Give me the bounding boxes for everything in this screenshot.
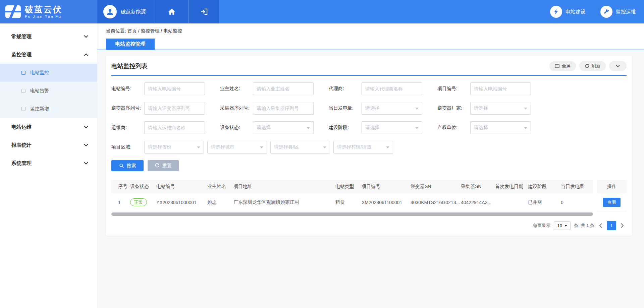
horizontal-scrollbar[interactable] bbox=[111, 212, 593, 216]
col-header: 首次发电日期 bbox=[495, 180, 528, 193]
panel-header: 电站监控列表 全屏 刷新 bbox=[111, 61, 627, 76]
chevron-up-icon bbox=[84, 53, 88, 56]
exit-icon bbox=[200, 8, 208, 15]
filter-label: 运维商: bbox=[111, 125, 144, 131]
current-user[interactable]: 破茧新能源 bbox=[97, 0, 155, 23]
maintainer-input[interactable] bbox=[144, 121, 205, 134]
col-header-action: 操作 bbox=[597, 180, 627, 193]
tab-station-monitor-mgmt[interactable]: 电站监控管理 bbox=[106, 39, 155, 50]
cell-build-stage: 已并网 bbox=[528, 193, 561, 211]
avatar bbox=[103, 5, 117, 18]
agent-input[interactable] bbox=[362, 82, 422, 95]
home-button[interactable] bbox=[155, 0, 189, 23]
refresh-button[interactable]: 刷新 bbox=[579, 61, 606, 71]
col-header: 当日发电量 bbox=[561, 180, 593, 193]
county-select[interactable]: 请选择县/区 bbox=[270, 141, 330, 153]
daily-power-select[interactable]: 请选择 bbox=[362, 102, 422, 115]
sidebar-item-station-monitor[interactable]: 电站监控 bbox=[0, 64, 97, 82]
col-header: 业主姓名 bbox=[207, 180, 233, 193]
caret-down-icon bbox=[197, 146, 200, 148]
cell-owner: 姚忠 bbox=[207, 193, 233, 211]
next-page-button[interactable] bbox=[620, 223, 625, 228]
tab-bar: 电站监控管理 bbox=[97, 39, 644, 50]
brand-title: 破茧云伏 bbox=[25, 5, 62, 14]
filter-label: 项目区域: bbox=[111, 144, 144, 150]
filter-label: 项目编号: bbox=[437, 86, 470, 92]
cell-daily-power: 0 bbox=[561, 193, 593, 211]
caret-down-icon bbox=[565, 225, 567, 227]
sidebar-item-monitor-add[interactable]: 监控新增 bbox=[0, 100, 97, 118]
col-header: 建设阶段 bbox=[528, 180, 561, 193]
col-header: 电站编号 bbox=[156, 180, 207, 193]
cell-project-no: XM2023061100001 bbox=[362, 193, 411, 211]
sidebar-item-station-ops[interactable]: 电站运维 bbox=[0, 118, 97, 136]
inverter-sn-input[interactable] bbox=[144, 102, 205, 115]
col-header: 采集器SN bbox=[461, 180, 495, 193]
caret-down-icon bbox=[524, 127, 527, 129]
fullscreen-button[interactable]: 全屏 bbox=[549, 61, 576, 71]
inverter-vendor-select[interactable]: 请选择 bbox=[470, 102, 531, 115]
wrench-icon bbox=[603, 9, 609, 15]
collapse-button[interactable] bbox=[609, 61, 627, 71]
property-unit-select[interactable]: 请选择 bbox=[470, 121, 531, 134]
chevron-down-icon bbox=[84, 35, 88, 38]
pagination: 每页显示 10 条, 共 1 条 1 bbox=[111, 221, 627, 230]
collector-sn-input[interactable] bbox=[253, 102, 314, 115]
cell-inverter-sn: 4030KMTS216G0213... bbox=[411, 193, 461, 211]
cell-station-type: 租赁 bbox=[335, 193, 362, 211]
header-right-nav: 电站建设 监控运维 bbox=[550, 0, 644, 23]
nav-monitor-ops[interactable]: 监控运维 bbox=[600, 6, 636, 18]
nav-station-build[interactable]: 电站建设 bbox=[550, 6, 586, 18]
col-header: 逆变器SN bbox=[411, 180, 461, 193]
page-size-select[interactable]: 10 bbox=[554, 221, 571, 230]
chevron-down-icon bbox=[84, 162, 88, 165]
caret-down-icon bbox=[524, 108, 527, 110]
caret-down-icon bbox=[307, 127, 310, 129]
project-no-input[interactable] bbox=[470, 82, 531, 95]
submenu-square-icon bbox=[21, 107, 25, 111]
col-header: 电站类型 bbox=[335, 180, 362, 193]
province-select[interactable]: 请选择省份 bbox=[144, 141, 204, 153]
logout-button[interactable] bbox=[189, 0, 219, 23]
cell-collector-sn: 40422914A3... bbox=[461, 193, 495, 211]
sidebar: 常规管理 监控管理 电站监控 电站告警 监控新增 电站运维 报表统计 bbox=[0, 23, 97, 308]
owner-name-input[interactable] bbox=[253, 82, 314, 95]
filter-label: 代理商: bbox=[329, 86, 362, 92]
device-status-select[interactable]: 请选择 bbox=[253, 121, 314, 134]
fullscreen-icon bbox=[555, 64, 559, 68]
build-stage-select[interactable]: 请选择 bbox=[362, 121, 422, 134]
col-header: 项目地址 bbox=[233, 180, 335, 193]
view-button[interactable]: 查看 bbox=[603, 198, 621, 207]
sidebar-item-reports[interactable]: 报表统计 bbox=[0, 136, 97, 154]
filter-label: 业主姓名: bbox=[220, 86, 253, 92]
town-select[interactable]: 请选择村镇/街道 bbox=[333, 141, 393, 153]
cell-index: 1 bbox=[111, 193, 130, 211]
reset-button[interactable]: 重置 bbox=[148, 160, 179, 171]
sidebar-item-monitoring[interactable]: 监控管理 bbox=[0, 46, 97, 64]
per-page-label: 每页显示 bbox=[533, 223, 550, 229]
table-header: 序号 设备状态 电站编号 业主姓名 项目地址 电站类型 项目编号 逆变器SN 采… bbox=[111, 180, 627, 193]
filter-label: 设备状态: bbox=[220, 125, 253, 131]
page-number-current[interactable]: 1 bbox=[607, 221, 616, 230]
chevron-down-icon bbox=[84, 126, 88, 128]
caret-down-icon bbox=[386, 146, 389, 148]
sidebar-item-station-alarm[interactable]: 电站告警 bbox=[0, 82, 97, 100]
breadcrumb: 当前位置: 首页 / 监控管理 / 电站监控 bbox=[97, 23, 644, 39]
filter-label: 逆变器厂家: bbox=[437, 105, 470, 111]
sidebar-item-general[interactable]: 常规管理 bbox=[0, 27, 97, 46]
page-title: 电站监控列表 bbox=[111, 62, 148, 70]
city-select[interactable]: 请选择城市 bbox=[207, 141, 267, 153]
lightning-icon bbox=[553, 9, 559, 15]
col-header: 项目编号 bbox=[362, 180, 411, 193]
caret-down-icon bbox=[323, 146, 326, 148]
station-no-input[interactable] bbox=[144, 82, 205, 95]
search-button[interactable]: 搜索 bbox=[111, 160, 144, 171]
sidebar-item-system[interactable]: 系统管理 bbox=[0, 154, 97, 172]
brand-subtitle: Po Jian Yun Fu bbox=[25, 14, 62, 18]
reset-icon bbox=[155, 163, 160, 168]
station-table: 序号 设备状态 电站编号 业主姓名 项目地址 电站类型 项目编号 逆变器SN 采… bbox=[111, 180, 627, 216]
filter-label: 建设阶段: bbox=[329, 125, 362, 131]
prev-page-button[interactable] bbox=[598, 223, 603, 228]
nav-label: 监控运维 bbox=[616, 9, 636, 15]
chevron-down-icon bbox=[616, 65, 620, 67]
